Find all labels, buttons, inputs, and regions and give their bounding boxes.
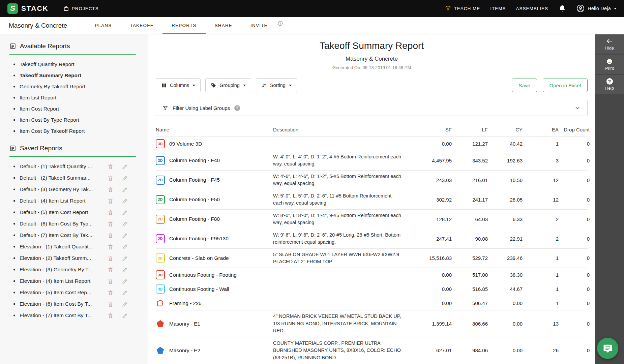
pencil-icon[interactable] (122, 301, 128, 307)
report-toolbar: Columns Grouping Sorting Save Open in Ex… (156, 78, 588, 92)
name-cell: 2DColumn Footing - F95130 (156, 234, 273, 243)
available-report-item[interactable]: Item List Report (0, 92, 148, 103)
pencil-icon[interactable] (122, 278, 128, 284)
nav-items[interactable]: ITEMS (490, 6, 506, 11)
saved-report-label[interactable]: Elevation - (3) Geometry By T... (20, 267, 107, 273)
cell-ea: 1 (523, 300, 559, 306)
available-report-item[interactable]: Item Cost By Takeoff Report (0, 125, 148, 136)
cell-lf: 806.66 (452, 321, 488, 327)
trash-icon[interactable] (107, 186, 114, 193)
chat-launcher-button[interactable] (597, 338, 618, 359)
stack-logo-icon[interactable]: S (7, 3, 18, 14)
saved-report-label[interactable]: Default - (7) Item Cost By Tak... (20, 232, 107, 238)
notifications-button[interactable] (558, 4, 566, 12)
user-menu[interactable]: Hello Deja (576, 4, 617, 12)
pencil-icon[interactable] (122, 267, 128, 273)
pencil-icon[interactable] (122, 175, 128, 181)
trash-icon[interactable] (107, 290, 114, 296)
pencil-icon[interactable] (122, 312, 128, 319)
columns-button[interactable]: Columns (156, 78, 201, 92)
trash-icon[interactable] (107, 175, 114, 181)
trash-icon[interactable] (107, 244, 114, 250)
saved-report-label[interactable]: Default - (4) Item List Report (20, 198, 107, 204)
saved-report-label[interactable]: Default - (5) Item Cost Report (20, 209, 107, 215)
help-button[interactable]: ? Help (595, 75, 624, 94)
tab-plans[interactable]: PLANS (86, 17, 121, 34)
pencil-icon[interactable] (122, 244, 128, 250)
cell-drop: 0 (559, 158, 590, 163)
saved-report-label[interactable]: Default - (2) Takeoff Summar... (20, 175, 107, 181)
nav-assemblies[interactable]: ASSEMBLIES (516, 6, 548, 11)
available-report-item[interactable]: Takeoff Summary Report (0, 70, 148, 81)
page-title: Takeoff Summary Report (148, 40, 595, 51)
trash-icon[interactable] (107, 163, 114, 170)
name-cell: Masonry - E2 (156, 346, 273, 355)
cell-ea: 2 (523, 236, 559, 242)
trash-icon[interactable] (107, 267, 114, 273)
save-button[interactable]: Save (512, 79, 537, 92)
trash-icon[interactable] (107, 198, 114, 204)
tab-invite[interactable]: INVITE (241, 17, 277, 34)
available-reports-title: Available Reports (20, 42, 70, 50)
tab-share[interactable]: SHARE (206, 17, 242, 34)
takeoff-name: Continuous Footing - Footing (169, 272, 237, 278)
saved-report-label[interactable]: Default - (3) Geometry By Tak... (20, 186, 107, 192)
trash-icon[interactable] (107, 301, 114, 307)
trash-icon[interactable] (107, 221, 114, 227)
col-header-lf: LF (452, 127, 488, 132)
takeoff-3d-icon: 3D (156, 139, 165, 148)
cell-drop: 0 (559, 255, 590, 261)
pentagon-icon (156, 319, 165, 328)
col-header-cy: CY (488, 127, 523, 132)
tab-takeoff[interactable]: TAKEOFF (121, 17, 162, 34)
projects-bag-icon (63, 6, 69, 11)
saved-report-label[interactable]: Default - (6) Item Cost By Typ... (20, 221, 107, 227)
trash-icon[interactable] (107, 209, 114, 216)
pencil-icon[interactable] (122, 198, 128, 204)
saved-report-label[interactable]: Elevation - (6) Item Cost By T... (20, 301, 107, 307)
filter-help-icon[interactable]: ? (234, 105, 240, 111)
trash-icon[interactable] (107, 312, 114, 319)
pencil-icon[interactable] (122, 186, 128, 193)
available-report-item[interactable]: Item Cost By Type Report (0, 114, 148, 125)
pencil-icon[interactable] (122, 163, 128, 170)
report-list-icon (9, 43, 16, 50)
saved-report-label[interactable]: Elevation - (5) Item Cost Rep... (20, 290, 107, 296)
saved-report-label[interactable]: Elevation - (2) Takeoff Summ... (20, 255, 107, 261)
saved-report-label[interactable]: Default - (1) Takeoff Quantity ... (20, 163, 107, 170)
available-report-item[interactable]: Takeoff Quantity Report (0, 59, 148, 70)
takeoff-description: W: 4'-0", L: 4'-0", D: 1'-2", 4-#5 Botto… (273, 153, 415, 168)
saved-report-item: Default - (1) Takeoff Quantity ... (0, 161, 148, 172)
pencil-icon[interactable] (122, 209, 128, 216)
takeoff-name: Framing - 2x6 (169, 300, 202, 306)
saved-report-label[interactable]: Elevation - (1) Takeoff Quantit... (20, 244, 107, 250)
chevron-down-icon[interactable] (574, 104, 581, 111)
saved-report-label[interactable]: Elevation - (7) Item Cost By T... (20, 312, 107, 318)
sorting-button[interactable]: Sorting (256, 78, 297, 92)
cell-ea: 1 (523, 255, 559, 261)
saved-report-label[interactable]: Elevation - (4) Item List Report (20, 278, 107, 284)
cell-sf: 247.41 (415, 236, 452, 242)
grouping-button[interactable]: Grouping (205, 78, 251, 92)
available-report-item[interactable]: Geometry By Takeoff Report (0, 81, 148, 92)
trash-icon[interactable] (107, 232, 114, 239)
print-button[interactable]: Print (595, 55, 624, 74)
cell-drop: 0 (559, 300, 590, 306)
trash-icon[interactable] (107, 255, 114, 262)
printer-icon (606, 58, 613, 65)
pencil-icon[interactable] (122, 290, 128, 296)
nav-projects[interactable]: PROJECTS (63, 6, 99, 11)
cell-drop: 0 (559, 236, 590, 242)
tab-reports[interactable]: REPORTS (162, 17, 205, 34)
nav-teach-me[interactable]: TEACH ME (445, 5, 480, 12)
info-icon[interactable] (277, 21, 283, 26)
cell-lf: 121.27 (452, 141, 488, 147)
pencil-icon[interactable] (122, 232, 128, 239)
hide-button[interactable]: Hide (595, 34, 624, 54)
trash-icon[interactable] (107, 278, 114, 284)
filter-label-groups-bar[interactable]: Filter Using Label Groups ? (156, 100, 588, 116)
available-report-item[interactable]: Item Cost Report (0, 103, 148, 114)
open-in-excel-button[interactable]: Open in Excel (543, 79, 588, 92)
pencil-icon[interactable] (122, 221, 128, 227)
pencil-icon[interactable] (122, 255, 128, 262)
